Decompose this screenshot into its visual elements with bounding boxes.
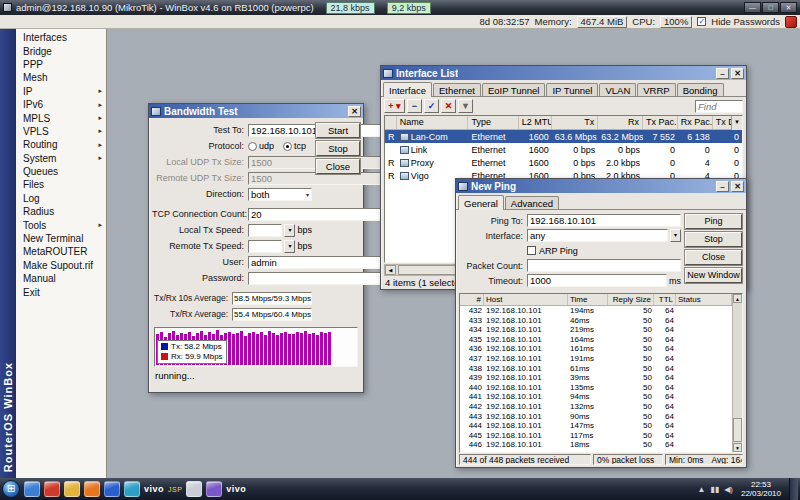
sidebar-item-interfaces[interactable]: Interfaces <box>16 31 106 44</box>
minimize-icon[interactable]: – <box>716 68 729 79</box>
ping-row[interactable]: 437192.168.10.101191ms5064 <box>460 354 732 364</box>
column-ttl[interactable]: TTL <box>654 294 676 305</box>
filter-icon[interactable]: ▼ <box>458 99 473 113</box>
tab-interface[interactable]: Interface <box>383 82 432 97</box>
taskbar-label[interactable]: JSP <box>168 486 182 493</box>
sidebar-item-radius[interactable]: Radius <box>16 205 106 218</box>
column-seq[interactable]: # <box>460 294 484 305</box>
close-icon[interactable]: ✕ <box>780 2 797 13</box>
tray-network-icon[interactable]: ▮▮ <box>710 485 719 494</box>
local-tx-speed-input[interactable] <box>248 224 282 237</box>
add-interface-button[interactable]: + ▾ <box>384 99 405 113</box>
taskbar-clock[interactable]: 22:53 22/03/2010 <box>738 480 784 498</box>
ping-row[interactable]: 440192.168.10.101135ms5064 <box>460 383 732 393</box>
protocol-tcp-radio[interactable]: tcp <box>283 141 306 151</box>
minimize-icon[interactable]: – <box>716 181 729 192</box>
vertical-scrollbar[interactable]: ▲ ▼ <box>732 294 742 452</box>
sidebar-item-mesh[interactable]: Mesh <box>16 71 106 84</box>
sidebar-item-log[interactable]: Log <box>16 192 106 205</box>
show-desktop-button[interactable] <box>789 478 798 500</box>
column-type[interactable]: Type <box>468 116 518 129</box>
stop-button[interactable]: Stop <box>316 141 360 156</box>
ping-row[interactable]: 441192.168.10.10194ms5064 <box>460 392 732 402</box>
app-blue-icon[interactable] <box>24 481 40 497</box>
column-chooser-icon[interactable]: ▼ <box>731 116 742 130</box>
start-button[interactable]: ⊞ <box>2 480 20 498</box>
scroll-down-icon[interactable]: ▼ <box>733 443 742 452</box>
sidebar-item-new-terminal[interactable]: New Terminal <box>16 232 106 245</box>
ping-to-input[interactable] <box>527 214 681 227</box>
ping-row[interactable]: 444192.168.10.101147ms5064 <box>460 421 732 431</box>
disable-interface-button[interactable]: ✕ <box>441 99 456 113</box>
sidebar-item-exit[interactable]: Exit <box>16 285 106 298</box>
column-tx[interactable]: Tx <box>552 116 599 129</box>
close-button[interactable]: Close <box>316 159 360 174</box>
close-icon[interactable]: ✕ <box>731 68 744 79</box>
ping-button[interactable]: Ping <box>685 214 742 229</box>
sidebar-item-metarouter[interactable]: MetaROUTER <box>16 245 106 258</box>
ping-row[interactable]: 447192.168.10.101107ms5064 <box>460 450 732 452</box>
find-input[interactable] <box>695 100 743 113</box>
sidebar-item-files[interactable]: Files <box>16 178 106 191</box>
minimize-icon[interactable]: — <box>744 2 761 13</box>
stop-button[interactable]: Stop <box>685 232 742 247</box>
column-reply-size[interactable]: Reply Size <box>608 294 654 305</box>
scrollbar-thumb[interactable] <box>733 418 742 442</box>
column-rx-packets[interactable]: Rx Pac... <box>678 116 713 129</box>
tray-show-hidden-icon[interactable]: ▲ <box>697 485 705 494</box>
ping-row[interactable]: 438192.168.10.10161ms5064 <box>460 364 732 374</box>
interface-select[interactable]: any <box>527 229 668 242</box>
timeout-input[interactable] <box>527 274 667 287</box>
tab-advanced[interactable]: Advanced <box>505 196 559 209</box>
interface-row[interactable]: RLan-ComEthernet160063.6 Mbps63.2 Mbps7 … <box>385 130 742 143</box>
column-tx-packets[interactable]: Tx Pac... <box>643 116 678 129</box>
scroll-up-icon[interactable]: ▲ <box>733 294 742 303</box>
tab-ethernet[interactable]: Ethernet <box>433 83 481 96</box>
hide-passwords-checkbox[interactable]: ✓ <box>697 17 706 26</box>
remote-tx-speed-input[interactable] <box>248 240 282 253</box>
ping-row[interactable]: 446192.168.10.10118ms5064 <box>460 440 732 450</box>
sidebar-item-queues[interactable]: Queues <box>16 165 106 178</box>
sidebar-item-vpls[interactable]: VPLS▸ <box>16 125 106 138</box>
ping-row[interactable]: 443192.168.10.10190ms5064 <box>460 412 732 422</box>
ping-row[interactable]: 435192.168.10.101164ms5064 <box>460 335 732 345</box>
column-l2mtu[interactable]: L2 MTU <box>519 116 552 129</box>
new-window-button[interactable]: New Window <box>685 268 742 283</box>
scroll-left-icon[interactable]: ◀ <box>385 265 396 275</box>
sidebar-item-bridge[interactable]: Bridge <box>16 44 106 57</box>
ping-row[interactable]: 439192.168.10.10139ms5064 <box>460 373 732 383</box>
chevron-down-icon[interactable]: ▾ <box>670 229 681 242</box>
sidebar-item-system[interactable]: System▸ <box>16 152 106 165</box>
memory-button[interactable]: 467.4 MiB <box>577 16 628 28</box>
sidebar-item-ip[interactable]: IP▸ <box>16 85 106 98</box>
column-rx[interactable]: Rx <box>598 116 643 129</box>
os-titlebar[interactable]: admin@192.168.10.90 (MikroTik) - WinBox … <box>0 0 800 15</box>
enable-interface-button[interactable]: ✓ <box>424 99 439 113</box>
ping-row[interactable]: 432192.168.10.101194ms5064 <box>460 306 732 316</box>
app-purple-icon[interactable] <box>206 481 222 497</box>
media-player-icon[interactable] <box>124 481 140 497</box>
tray-volume-icon[interactable]: ◀) <box>724 485 733 494</box>
protocol-udp-radio[interactable]: udp <box>248 141 274 151</box>
taskbar-label[interactable]: vivo <box>144 484 164 494</box>
tab-vlan[interactable]: VLAN <box>599 83 636 96</box>
ping-row[interactable]: 433192.168.10.10146ms5064 <box>460 316 732 326</box>
sidebar-item-ppp[interactable]: PPP <box>16 58 106 71</box>
ping-row[interactable]: 434192.168.10.101219ms5064 <box>460 325 732 335</box>
sidebar-item-ipv6[interactable]: IPv6▸ <box>16 98 106 111</box>
column-status[interactable]: Status <box>676 294 732 305</box>
bandwidth-test-titlebar[interactable]: Bandwidth Test ✕ <box>149 104 363 118</box>
direction-select[interactable]: both ▾ <box>248 188 312 201</box>
ping-row[interactable]: 445192.168.10.101117ms5064 <box>460 431 732 441</box>
tab-vrrp[interactable]: VRRP <box>637 83 675 96</box>
close-button[interactable]: Close <box>685 250 742 265</box>
interface-row[interactable]: RProxyEthernet16000 bps2.0 kbps040 <box>385 156 742 169</box>
sidebar-item-manual[interactable]: Manual <box>16 272 106 285</box>
remove-interface-button[interactable]: − <box>407 99 422 113</box>
ping-row[interactable]: 436192.168.10.101161ms5064 <box>460 344 732 354</box>
close-icon[interactable]: ✕ <box>731 181 744 192</box>
tab-ip-tunnel[interactable]: IP Tunnel <box>546 83 598 96</box>
taskbar-label[interactable]: vivo <box>226 484 246 494</box>
app-silver-icon[interactable] <box>186 481 202 497</box>
chevron-down-icon[interactable]: ▾ <box>284 240 295 253</box>
